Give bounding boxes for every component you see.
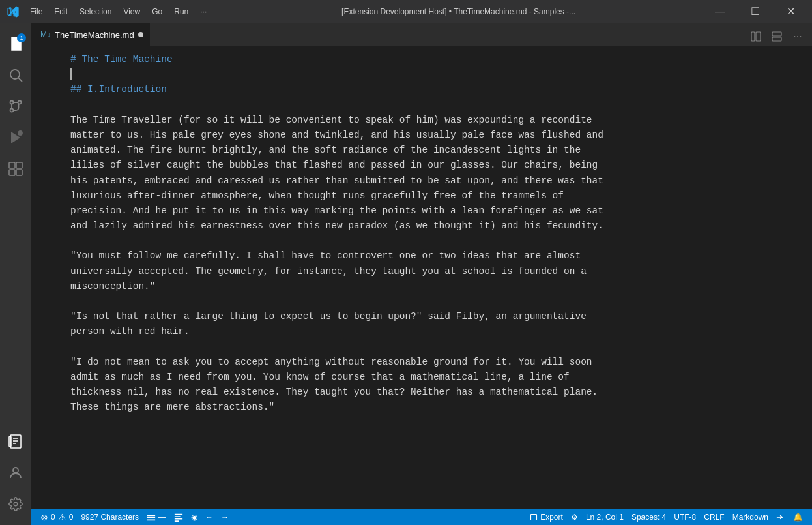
status-language[interactable]: Markdown bbox=[729, 509, 772, 525]
editor-line: lilies of silver caught the bubbles that… bbox=[70, 158, 799, 173]
editor-line: luxurious after-dinner atmosphere, when … bbox=[70, 188, 799, 203]
editor-line: "Is not that rather a large thing to exp… bbox=[70, 309, 799, 324]
close-button[interactable]: ✕ bbox=[776, 0, 805, 23]
svg-point-6 bbox=[18, 131, 22, 135]
editor-line bbox=[70, 233, 799, 248]
status-encoding[interactable]: UTF-8 bbox=[670, 509, 700, 525]
activity-settings[interactable] bbox=[0, 488, 31, 520]
spaces-label: Spaces: 4 bbox=[631, 513, 666, 522]
character-count: 9927 Characters bbox=[81, 513, 139, 522]
svg-rect-10 bbox=[16, 170, 22, 175]
status-position[interactable]: Ln 2, Col 1 bbox=[582, 509, 628, 525]
window-title: [Extension Development Host] • TheTimeMa… bbox=[212, 7, 705, 16]
export-label: Export bbox=[540, 513, 563, 522]
editor-line: The Time Traveller (for so it will be co… bbox=[70, 113, 799, 128]
svg-rect-27 bbox=[175, 518, 182, 519]
tab-filename: TheTimeMachine.md bbox=[55, 30, 134, 40]
status-bell[interactable]: 🔔 bbox=[789, 509, 807, 525]
editor-line: his patents, embraced and caressed us ra… bbox=[70, 173, 799, 188]
svg-rect-29 bbox=[531, 514, 537, 520]
status-feedback[interactable]: ◉ bbox=[187, 509, 201, 525]
menu-bar: File Edit Selection View Go Run ··· bbox=[25, 5, 212, 18]
maximize-button[interactable]: ☐ bbox=[740, 0, 770, 23]
status-line-ending[interactable]: CRLF bbox=[700, 509, 728, 525]
activity-account[interactable] bbox=[0, 457, 31, 488]
editor-line: thickness nil, has no real existence. Th… bbox=[70, 385, 799, 400]
tab-actions: ··· bbox=[742, 27, 812, 46]
status-spaces[interactable]: Spaces: 4 bbox=[628, 509, 670, 525]
title-bar: File Edit Selection View Go Run ··· [Ext… bbox=[0, 0, 812, 23]
menu-selection[interactable]: Selection bbox=[74, 5, 117, 18]
editor-line: animated. The fire burnt brightly, and t… bbox=[70, 143, 799, 158]
menu-more[interactable]: ··· bbox=[195, 5, 212, 18]
status-format[interactable] bbox=[170, 509, 187, 525]
status-characters[interactable]: 9927 Characters bbox=[77, 509, 143, 525]
nav-back-icon: ← bbox=[205, 513, 213, 522]
svg-point-3 bbox=[18, 101, 22, 104]
activity-notebook[interactable] bbox=[0, 426, 31, 457]
editor-line: and lazily admired his earnestness over … bbox=[70, 218, 799, 233]
status-diff-nav[interactable]: — bbox=[143, 509, 170, 525]
svg-point-0 bbox=[10, 70, 20, 79]
editor-content: # The Time Machine ## I.Introduction The… bbox=[31, 46, 812, 509]
warning-icon: ⚠ bbox=[58, 512, 66, 522]
editor-line: misconception." bbox=[70, 279, 799, 294]
editor-line: "I do not mean to ask you to accept anyt… bbox=[70, 355, 799, 370]
editor-line: precision. And he put it to us in this w… bbox=[70, 203, 799, 218]
status-errors[interactable]: ⊗ 0 ⚠ 0 bbox=[36, 509, 77, 525]
svg-rect-26 bbox=[175, 516, 181, 517]
editor-line-cursor bbox=[70, 67, 799, 82]
svg-rect-9 bbox=[9, 170, 15, 175]
warning-count: 0 bbox=[69, 513, 74, 522]
svg-point-16 bbox=[13, 468, 18, 473]
active-tab[interactable]: M↓ TheTimeMachine.md bbox=[31, 23, 150, 46]
status-nav-forward[interactable]: → bbox=[217, 509, 233, 525]
activity-extensions[interactable] bbox=[0, 153, 31, 185]
activity-search[interactable] bbox=[0, 59, 31, 91]
status-export[interactable]: Export bbox=[526, 509, 567, 525]
menu-go[interactable]: Go bbox=[147, 5, 167, 18]
status-bar: ⊗ 0 ⚠ 0 9927 Characters — ◉ ← → bbox=[31, 509, 812, 525]
editor-line bbox=[70, 98, 799, 113]
status-settings[interactable]: ⚙ bbox=[567, 509, 582, 525]
error-icon: ⊗ bbox=[40, 512, 48, 522]
text-cursor bbox=[70, 68, 72, 80]
explorer-badge: 1 bbox=[17, 33, 26, 42]
editor-line: ## I.Introduction bbox=[70, 82, 799, 97]
editor-text-area[interactable]: # The Time Machine ## I.Introduction The… bbox=[31, 46, 812, 509]
svg-rect-7 bbox=[9, 162, 15, 168]
editor-line: universally accepted. The geometry, for … bbox=[70, 264, 799, 279]
status-indent[interactable] bbox=[772, 509, 789, 525]
svg-rect-18 bbox=[751, 32, 755, 41]
minimize-button[interactable]: — bbox=[705, 0, 735, 23]
status-nav-back[interactable]: ← bbox=[201, 509, 217, 525]
tab-bar: M↓ TheTimeMachine.md ··· bbox=[31, 23, 812, 46]
svg-rect-11 bbox=[10, 435, 21, 448]
nav-forward-icon: → bbox=[221, 513, 229, 522]
settings-icon: ⚙ bbox=[571, 513, 578, 522]
more-actions-button[interactable]: ··· bbox=[789, 27, 807, 46]
activity-explorer[interactable]: 1 bbox=[0, 28, 31, 59]
svg-rect-21 bbox=[772, 37, 781, 41]
format-icon bbox=[174, 513, 183, 522]
menu-edit[interactable]: Edit bbox=[49, 5, 73, 18]
svg-rect-25 bbox=[175, 513, 182, 515]
svg-rect-24 bbox=[147, 519, 155, 520]
activity-run-debug[interactable] bbox=[0, 122, 31, 153]
menu-view[interactable]: View bbox=[118, 5, 145, 18]
svg-rect-22 bbox=[147, 515, 155, 516]
split-editor-button[interactable] bbox=[747, 27, 765, 46]
menu-file[interactable]: File bbox=[25, 5, 48, 18]
svg-point-4 bbox=[10, 109, 14, 112]
menu-run[interactable]: Run bbox=[169, 5, 194, 18]
language-label: Markdown bbox=[732, 513, 768, 522]
bell-icon: 🔔 bbox=[793, 513, 803, 522]
cursor-position: Ln 2, Col 1 bbox=[586, 513, 624, 522]
svg-line-1 bbox=[19, 78, 23, 82]
editor-layout-button[interactable] bbox=[768, 27, 786, 46]
editor-area: M↓ TheTimeMachine.md ··· # The Time Mach… bbox=[31, 23, 812, 525]
activity-source-control[interactable] bbox=[0, 91, 31, 122]
svg-point-2 bbox=[10, 101, 14, 104]
editor-line: matter to us. His pale grey eyes shone a… bbox=[70, 128, 799, 143]
line-ending-label: CRLF bbox=[704, 513, 724, 522]
